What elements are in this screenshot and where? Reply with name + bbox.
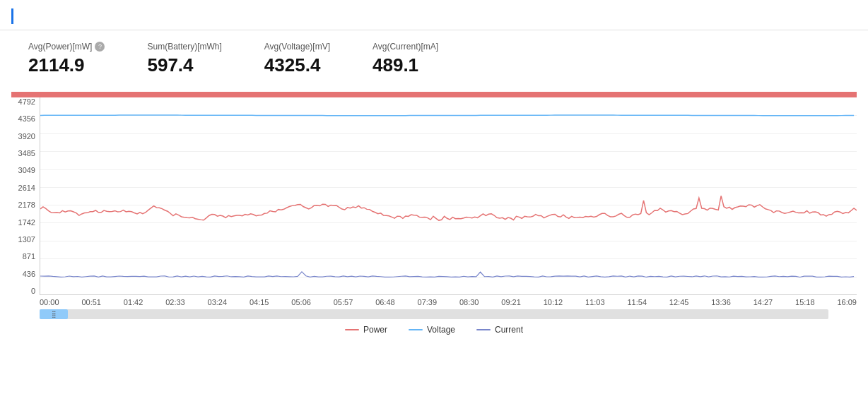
x-axis-label: 16:09 [837, 298, 857, 306]
metric-label: Sum(Battery)[mWh] [147, 42, 221, 52]
power-line [40, 196, 857, 220]
x-axis: 00:0000:5101:4202:3303:2404:1505:0605:57… [11, 295, 857, 306]
legend-label-voltage: Voltage [427, 325, 455, 335]
header-accent-bar [11, 8, 13, 24]
x-axis-label: 11:54 [627, 298, 647, 306]
y-axis-label: 3920 [11, 132, 35, 141]
page-container: Avg(Power)[mW] ?2114.9Sum(Battery)[mWh]5… [0, 0, 868, 394]
legend: Power Voltage Current [0, 319, 868, 340]
metric-label: Avg(Voltage)[mV] [264, 42, 330, 52]
x-axis-label: 09:21 [501, 298, 521, 306]
y-axis: 4792435639203485304926142178174213078714… [11, 97, 40, 295]
x-axis-label: 00:51 [81, 298, 101, 306]
metric-value: 597.4 [147, 54, 221, 76]
chart-svg [40, 97, 857, 294]
x-axis-label: 01:42 [124, 298, 143, 306]
x-axis-label: 08:30 [459, 298, 479, 306]
scrollbar-thumb[interactable]: ⣿ [40, 309, 68, 319]
x-axis-label: 13:36 [711, 298, 731, 306]
metrics-row: Avg(Power)[mW] ?2114.9Sum(Battery)[mWh]5… [0, 30, 868, 82]
x-axis-label: 12:45 [669, 298, 689, 306]
x-axis-label: 05:06 [291, 298, 311, 306]
legend-item-voltage: Voltage [409, 325, 455, 335]
metric-label: Avg(Current)[mA] [373, 42, 438, 52]
current-line [40, 272, 854, 277]
header [0, 0, 868, 30]
metric-label: Avg(Power)[mW] ? [28, 42, 105, 52]
x-axis-label: 00:00 [40, 298, 59, 306]
x-axis-label: 06:48 [375, 298, 395, 306]
y-axis-label: 436 [11, 270, 35, 278]
x-axis-label: 15:18 [795, 298, 815, 306]
legend-line-power [345, 329, 359, 330]
legend-label-current: Current [495, 325, 523, 335]
label-bar [11, 92, 857, 97]
metric-value: 2114.9 [28, 54, 105, 76]
x-axis-label: 11:03 [585, 298, 605, 306]
legend-line-voltage [409, 329, 423, 330]
info-icon[interactable]: ? [95, 42, 105, 52]
scrollbar-container[interactable]: ⣿ [40, 309, 828, 319]
legend-line-current [476, 329, 491, 330]
chart-wrapper: 4792435639203485304926142178174213078714… [11, 92, 857, 319]
x-axis-label: 14:27 [753, 298, 773, 306]
metric-avg-voltage: Avg(Voltage)[mV]4325.4 [264, 42, 330, 76]
y-axis-label: 3049 [11, 166, 35, 174]
y-axis-label: 4356 [11, 114, 35, 123]
legend-label-power: Power [363, 325, 387, 335]
y-axis-label: 3485 [11, 149, 35, 157]
scrollbar-grip-icon: ⣿ [52, 311, 57, 318]
x-axis-label: 07:39 [418, 298, 438, 306]
voltage-line [40, 115, 854, 116]
y-axis-label: 2178 [11, 201, 35, 209]
chart-plot [40, 97, 857, 295]
x-axis-label: 04:15 [250, 298, 269, 306]
metric-sum-battery: Sum(Battery)[mWh]597.4 [147, 42, 221, 76]
x-axis-label: 05:57 [334, 298, 353, 306]
metric-avg-power: Avg(Power)[mW] ?2114.9 [28, 42, 105, 76]
y-axis-label: 4792 [11, 97, 35, 106]
y-axis-label: 871 [11, 252, 35, 261]
y-axis-label: 0 [11, 287, 35, 295]
chart-section: 4792435639203485304926142178174213078714… [0, 82, 868, 319]
x-axis-label: 10:12 [544, 298, 563, 306]
y-axis-label: 1742 [11, 218, 35, 227]
y-axis-label: 1307 [11, 235, 35, 244]
chart-area: 4792435639203485304926142178174213078714… [11, 97, 857, 295]
y-axis-label: 2614 [11, 184, 35, 192]
metric-value: 489.1 [373, 54, 438, 76]
x-axis-label: 02:33 [165, 298, 185, 306]
x-axis-label: 03:24 [208, 298, 228, 306]
legend-item-power: Power [345, 325, 387, 335]
metric-value: 4325.4 [264, 54, 330, 76]
metric-avg-current: Avg(Current)[mA]489.1 [373, 42, 438, 76]
legend-item-current: Current [476, 325, 523, 335]
